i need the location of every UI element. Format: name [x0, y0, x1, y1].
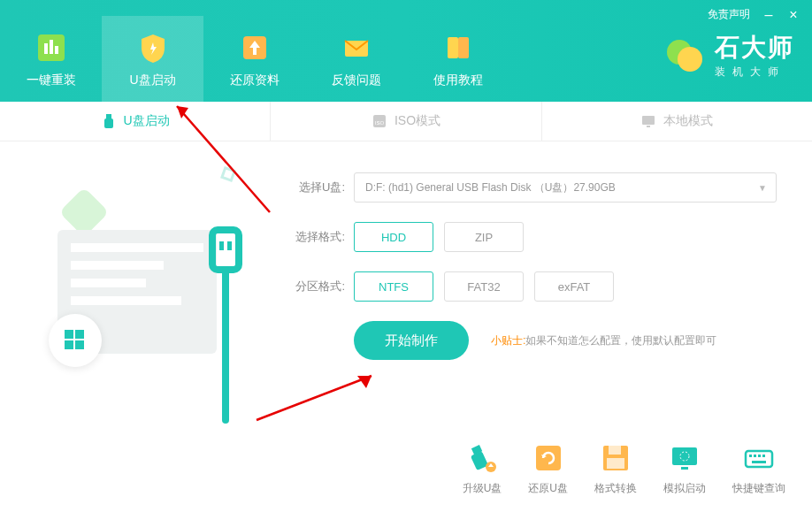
disclaimer-link[interactable]: 免责声明 [708, 7, 750, 22]
floppy-icon [598, 440, 633, 476]
svg-rect-2 [50, 40, 53, 54]
svg-rect-22 [227, 241, 232, 250]
nav-tutorial[interactable]: 使用教程 [407, 16, 509, 102]
svg-rect-19 [75, 340, 84, 349]
subnav-iso-mode[interactable]: ISO ISO模式 [271, 102, 541, 141]
tool-format-convert[interactable]: 格式转换 [594, 440, 637, 496]
svg-rect-31 [672, 447, 697, 465]
svg-rect-20 [212, 230, 239, 270]
svg-rect-16 [65, 330, 73, 339]
usb-icon [101, 113, 117, 129]
nav-label: 还原资料 [230, 73, 280, 88]
nav-label: U盘启动 [129, 73, 175, 88]
svg-rect-39 [752, 461, 766, 463]
svg-rect-11 [104, 118, 113, 128]
tip-prefix: 小贴士: [491, 334, 525, 347]
svg-rect-35 [749, 455, 752, 457]
svg-rect-3 [55, 46, 58, 54]
partition-option-fat32[interactable]: FAT32 [444, 271, 524, 302]
svg-rect-18 [65, 340, 73, 349]
subnav-label: ISO模式 [395, 113, 440, 129]
nav-usb-boot[interactable]: U盘启动 [102, 16, 203, 102]
partition-option-ntfs[interactable]: NTFS [354, 271, 433, 302]
svg-rect-21 [219, 241, 224, 250]
keyboard-icon [741, 440, 777, 476]
subnav-local-mode[interactable]: 本地模式 [542, 102, 812, 141]
svg-rect-30 [607, 458, 624, 469]
book-icon [440, 30, 476, 65]
start-make-button[interactable]: 开始制作 [354, 321, 469, 360]
monitor-icon [640, 113, 656, 129]
illustration [0, 141, 265, 512]
tip-body: 如果不知道怎么配置，使用默认配置即可 [525, 334, 716, 347]
subnav-label: U盘启动 [124, 113, 170, 129]
svg-point-9 [678, 47, 702, 72]
svg-text:ISO: ISO [375, 120, 385, 126]
svg-rect-15 [647, 126, 650, 127]
chevron-down-icon: ▼ [758, 183, 767, 193]
select-value: D:F: (hd1) General USB Flash Disk （U盘）27… [365, 180, 616, 195]
minimize-button[interactable]: – [761, 7, 777, 23]
svg-rect-17 [75, 330, 84, 339]
partition-format-label: 分区格式: [283, 279, 345, 294]
nav-restore-data[interactable]: 还原资料 [203, 16, 305, 102]
svg-rect-7 [458, 37, 469, 58]
iso-icon: ISO [372, 113, 387, 129]
svg-rect-38 [762, 455, 765, 457]
bar-chart-icon [34, 30, 69, 65]
subnav-label: 本地模式 [663, 113, 713, 129]
screen-icon [667, 440, 702, 476]
svg-rect-36 [754, 455, 756, 457]
tool-label: 模拟启动 [663, 481, 706, 496]
usb-up-icon [464, 440, 500, 476]
tool-simulate-boot[interactable]: 模拟启动 [663, 440, 706, 496]
sub-nav: U盘启动 ISO ISO模式 本地模式 [0, 102, 812, 141]
nav-label: 反馈问题 [332, 73, 381, 88]
svg-rect-10 [106, 114, 111, 118]
bottom-tools: 升级U盘 还原U盘 格式转换 模拟启动 快捷键查询 [463, 440, 785, 496]
shield-icon [135, 30, 171, 65]
nav-one-click-reinstall[interactable]: 一键重装 [0, 16, 102, 102]
nav-label: 一键重装 [27, 73, 76, 88]
brand-title: 石大师 [715, 31, 794, 65]
tool-label: 格式转换 [594, 481, 637, 496]
brand-subtitle: 装机大师 [715, 65, 794, 80]
svg-rect-29 [609, 446, 621, 455]
tool-label: 快捷键查询 [732, 481, 785, 496]
upload-icon [237, 30, 272, 65]
brand: 石大师 装机大师 [663, 31, 794, 80]
nav-label: 使用教程 [433, 73, 483, 88]
svg-rect-1 [44, 43, 48, 54]
usb-cable-icon [195, 225, 257, 429]
svg-rect-14 [642, 116, 655, 125]
svg-rect-34 [746, 451, 772, 467]
tool-restore-usb[interactable]: 还原U盘 [528, 440, 568, 496]
select-format-label: 选择格式: [283, 229, 345, 245]
format-option-zip[interactable]: ZIP [444, 222, 524, 252]
svg-rect-6 [448, 37, 458, 58]
tool-upgrade-usb[interactable]: 升级U盘 [463, 440, 502, 496]
tool-shortcut-query[interactable]: 快捷键查询 [732, 440, 785, 496]
select-usb-label: 选择U盘: [283, 180, 345, 195]
tool-label: 升级U盘 [463, 481, 502, 496]
tool-label: 还原U盘 [528, 481, 568, 496]
main-nav: 一键重装 U盘启动 还原资料 反馈问题 使用教程 [0, 0, 509, 102]
nav-feedback[interactable]: 反馈问题 [305, 16, 407, 102]
svg-rect-27 [536, 446, 561, 470]
svg-rect-33 [681, 467, 688, 470]
format-option-hdd[interactable]: HDD [354, 222, 433, 252]
decoration-icon [220, 166, 236, 182]
usb-drive-select[interactable]: D:F: (hd1) General USB Flash Disk （U盘）27… [354, 172, 777, 203]
restore-icon [531, 440, 566, 476]
close-button[interactable]: × [785, 7, 801, 23]
windows-badge-icon [49, 314, 102, 367]
svg-rect-37 [758, 455, 761, 457]
subnav-usb-boot[interactable]: U盘启动 [0, 102, 271, 141]
tip-text: 小贴士:如果不知道怎么配置，使用默认配置即可 [491, 333, 716, 348]
header: 免责声明 – × 一键重装 U盘启动 还原资料 反馈问题 [0, 0, 812, 102]
mail-icon [339, 30, 374, 65]
partition-option-exfat[interactable]: exFAT [534, 271, 614, 302]
brand-logo-icon [663, 34, 706, 77]
